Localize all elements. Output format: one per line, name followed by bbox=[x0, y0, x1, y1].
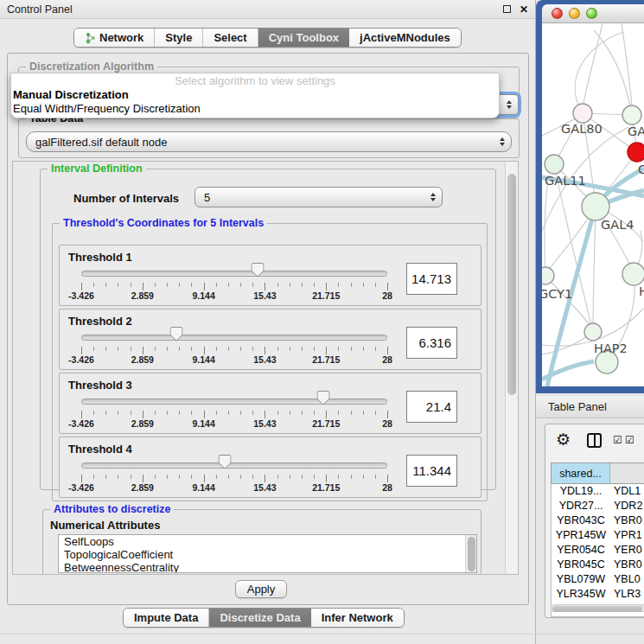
combo-stepper-icon bbox=[500, 132, 505, 151]
numerical-attributes-label: Numerical Attributes bbox=[50, 519, 160, 532]
network-canvas[interactable]: GAL80 GA C GAL11 GAL4 GCY1 H HAP2 bbox=[542, 23, 644, 386]
tick-labels: -3.426 2.859 9.144 15.43 21.715 28 bbox=[81, 418, 387, 430]
tab-select[interactable]: Select bbox=[203, 29, 258, 47]
node-hap2[interactable] bbox=[584, 323, 602, 341]
slider-thumb[interactable] bbox=[316, 391, 329, 409]
scrollbar-thumb[interactable] bbox=[507, 174, 516, 395]
node-h[interactable] bbox=[622, 263, 644, 285]
slider-thumb[interactable] bbox=[252, 263, 265, 281]
list-item[interactable]: TopologicalCoefficient bbox=[59, 548, 476, 561]
tab-jactivemnodules[interactable]: jActiveMNodules bbox=[349, 29, 461, 47]
scrollbar-thumb[interactable] bbox=[552, 606, 642, 612]
node-gcy1[interactable] bbox=[542, 267, 554, 284]
table-row[interactable]: YBL079WYBL0 bbox=[552, 572, 644, 587]
settings-scrollbar[interactable] bbox=[505, 162, 518, 574]
numerical-attributes-list[interactable]: SelfLoops TopologicalCoefficient Between… bbox=[58, 534, 477, 573]
table-horizontal-scrollbar[interactable] bbox=[551, 604, 644, 612]
table-row[interactable]: YLR345WYLR3 bbox=[552, 587, 644, 602]
gear-icon[interactable]: ⚙ bbox=[556, 431, 571, 448]
node-label: GAL80 bbox=[561, 122, 603, 136]
threshold-2-value-field[interactable]: 6.316 bbox=[406, 327, 457, 359]
combo-stepper-icon bbox=[507, 95, 512, 114]
status-divider bbox=[0, 634, 644, 634]
tick-marks-major bbox=[81, 347, 388, 354]
slider-track[interactable] bbox=[81, 335, 387, 341]
tab-cyni-toolbox[interactable]: Cyni Toolbox bbox=[258, 29, 349, 47]
threshold-4-value-field[interactable]: 11.344 bbox=[406, 455, 457, 487]
slider-thumb[interactable] bbox=[219, 455, 232, 473]
network-view-window: GAL80 GA C GAL11 GAL4 GCY1 H HAP2 bbox=[536, 0, 644, 393]
slider-track[interactable] bbox=[81, 399, 387, 405]
tab-discretize-data[interactable]: Discretize Data bbox=[209, 609, 310, 627]
apply-button[interactable]: Apply bbox=[235, 580, 287, 598]
threshold-3-value-field[interactable]: 21.4 bbox=[406, 391, 457, 423]
tab-style[interactable]: Style bbox=[155, 29, 203, 47]
threshold-2-slider[interactable]: -3.426 2.859 9.144 15.43 21.715 28 bbox=[81, 309, 387, 369]
popup-item-equal-width-frequency[interactable]: Equal Width/Frequency Discretization bbox=[11, 102, 499, 116]
tab-discretize-data-label: Discretize Data bbox=[220, 611, 300, 624]
node-gal11[interactable] bbox=[545, 155, 564, 174]
minimize-traffic-light-icon[interactable] bbox=[569, 8, 580, 19]
node-gal80[interactable] bbox=[573, 104, 592, 123]
algorithm-dropdown-popup: Select algorithm to view settings Manual… bbox=[10, 73, 500, 118]
list-item[interactable]: SelfLoops bbox=[59, 535, 476, 548]
float-window-icon[interactable] bbox=[503, 5, 511, 13]
tab-network[interactable]: Network bbox=[74, 29, 155, 47]
table-row[interactable]: YBR043CYBR0 bbox=[552, 513, 644, 528]
tick-marks-major bbox=[81, 283, 388, 290]
table-row[interactable]: YBR045CYBR0 bbox=[552, 558, 644, 572]
tick-marks-major bbox=[81, 411, 388, 418]
threshold-1-slider[interactable]: -3.426 2.859 9.144 15.43 21.715 28 bbox=[81, 245, 387, 305]
zoom-traffic-light-icon[interactable] bbox=[586, 8, 597, 19]
table-row[interactable]: YDR27...YDR2 bbox=[552, 499, 644, 513]
discretization-algorithm-group-title: Discretization Algorithm bbox=[26, 61, 157, 73]
interval-definition-group-title: Interval Definition bbox=[48, 163, 146, 175]
table-row[interactable]: YER054CYER0 bbox=[552, 543, 644, 558]
column-header-shared-name[interactable]: shared... bbox=[552, 463, 610, 483]
node-label: H bbox=[639, 284, 644, 298]
tab-impute-data-label: Impute Data bbox=[134, 611, 198, 624]
list-item[interactable]: BetweennessCentrality bbox=[59, 561, 476, 573]
node-red-selected[interactable] bbox=[628, 143, 644, 162]
threshold-3-slider[interactable]: -3.426 2.859 9.144 15.43 21.715 28 bbox=[81, 373, 387, 433]
network-icon bbox=[85, 32, 96, 44]
settings-scroll-viewport: Interval Definition Number of Intervals … bbox=[12, 161, 519, 575]
node-ga[interactable] bbox=[622, 105, 641, 124]
checkbox-icon[interactable]: ☑ bbox=[625, 435, 634, 445]
number-of-intervals-combobox[interactable]: 5 bbox=[194, 187, 443, 207]
tick-marks-major bbox=[81, 475, 388, 482]
titlebar-icons: ✕ bbox=[503, 4, 528, 15]
tab-style-label: Style bbox=[165, 31, 192, 44]
slider-thumb[interactable] bbox=[169, 327, 182, 345]
table-row[interactable]: YPR145WYPR1 bbox=[552, 528, 644, 543]
threshold-4-slider[interactable]: -3.426 2.859 9.144 15.43 21.715 28 bbox=[81, 437, 387, 497]
threshold-1-panel: Threshold 1 -3.426 2.859 9.144 bbox=[59, 245, 481, 306]
number-of-intervals-label: Number of Intervals bbox=[73, 192, 179, 205]
slider-track[interactable] bbox=[81, 271, 387, 277]
list-scrollbar[interactable] bbox=[465, 535, 476, 572]
table-panel: ⚙ ☑ ☑ shared... name YDL19...YDL1 YDR27.… bbox=[545, 424, 644, 618]
table-row[interactable]: YDL19...YDL1 bbox=[552, 484, 644, 499]
table-data-group: Table Data galFiltered.sif default node bbox=[18, 118, 520, 158]
slider-track[interactable] bbox=[81, 462, 387, 469]
tab-infer-network[interactable]: Infer Network bbox=[311, 609, 404, 627]
close-icon[interactable]: ✕ bbox=[520, 4, 528, 15]
scrollbar-thumb[interactable] bbox=[468, 537, 475, 571]
tab-impute-data[interactable]: Impute Data bbox=[124, 609, 209, 627]
screenshot-root: Control Panel ✕ Network Style Se bbox=[0, 0, 644, 644]
table-panel-titlebar: Table Panel bbox=[536, 396, 644, 418]
popup-item-manual-discretization[interactable]: Manual Discretization bbox=[11, 88, 499, 102]
threshold-1-value-field[interactable]: 14.713 bbox=[406, 263, 457, 295]
threshold-3-panel: Threshold 3 -3.426 2.859 9.144 bbox=[59, 373, 481, 434]
table-data-combobox[interactable]: galFiltered.sif default node bbox=[26, 131, 512, 152]
column-header-name[interactable]: name bbox=[610, 463, 644, 483]
node-gal4[interactable] bbox=[582, 193, 609, 220]
close-traffic-light-icon[interactable] bbox=[552, 8, 563, 19]
split-columns-icon[interactable] bbox=[587, 433, 602, 448]
control-panel-titlebar: Control Panel ✕ bbox=[0, 0, 535, 19]
tab-infer-network-label: Infer Network bbox=[322, 611, 393, 624]
checkbox-icon[interactable]: ☑ bbox=[613, 435, 622, 445]
attributes-group: Attributes to discretize Numerical Attri… bbox=[42, 509, 481, 575]
network-nodes[interactable] bbox=[542, 104, 644, 373]
network-window-titlebar bbox=[542, 4, 644, 23]
